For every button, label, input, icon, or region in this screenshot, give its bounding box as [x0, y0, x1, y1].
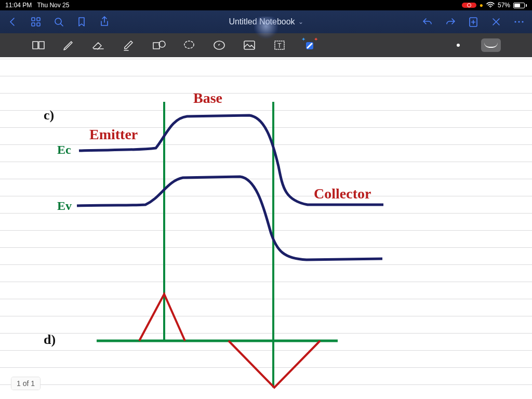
- label-part-c: c): [44, 108, 54, 123]
- label-part-d: d): [44, 332, 56, 347]
- screen-recording-indicator[interactable]: [462, 3, 476, 8]
- document-title-text: Untitled Notebook: [229, 17, 295, 26]
- svg-point-8: [522, 21, 523, 22]
- shape-tool[interactable]: [152, 38, 166, 52]
- search-icon[interactable]: [53, 16, 64, 28]
- undo-button[interactable]: [422, 16, 433, 28]
- bookmark-icon[interactable]: [76, 16, 87, 28]
- label-collector: Collector: [314, 185, 371, 202]
- label-emitter: Emitter: [89, 126, 138, 142]
- svg-point-13: [184, 41, 194, 48]
- svg-rect-1: [37, 18, 40, 21]
- sticker-tool[interactable]: [212, 38, 227, 52]
- wifi-icon: [486, 2, 495, 9]
- chevron-down-icon: ⌄: [298, 18, 303, 25]
- svg-rect-2: [32, 23, 35, 26]
- page-indicator: 1 of 1: [11, 377, 40, 390]
- drawing-toolbar: T ✦ ✦: [0, 33, 532, 57]
- color-indicator[interactable]: [451, 38, 466, 52]
- handwriting-layer: c) d) Ec Ev Emitter Base Collector: [0, 57, 532, 399]
- svg-point-6: [514, 21, 516, 22]
- lasso-tool[interactable]: [182, 38, 196, 52]
- pencil-tool[interactable]: [61, 38, 76, 52]
- svg-rect-0: [32, 18, 35, 21]
- svg-rect-11: [153, 43, 159, 49]
- svg-rect-9: [33, 42, 38, 49]
- label-ev: Ev: [57, 199, 72, 212]
- hotspot-dot-icon: ●: [480, 2, 483, 9]
- field-up-triangle: [139, 294, 185, 341]
- document-title[interactable]: Untitled Notebook ⌄: [110, 17, 422, 26]
- svg-point-14: [214, 41, 224, 49]
- status-time: 11:04 PM: [5, 2, 32, 9]
- status-bar: 11:04 PM Thu Nov 25 ● 57%: [0, 0, 532, 10]
- grid-icon[interactable]: [30, 16, 42, 28]
- label-ec: Ec: [57, 143, 71, 156]
- redo-button[interactable]: [445, 16, 456, 28]
- svg-point-4: [55, 18, 61, 24]
- add-page-button[interactable]: [468, 16, 479, 28]
- app-header: Untitled Notebook ⌄: [0, 10, 532, 33]
- pages-tool[interactable]: [31, 38, 46, 52]
- stroke-style-chip[interactable]: [481, 38, 501, 52]
- text-tool[interactable]: T: [272, 38, 287, 52]
- back-button[interactable]: [7, 16, 19, 28]
- battery-icon: [513, 3, 527, 8]
- battery-percent: 57%: [498, 2, 510, 9]
- svg-rect-10: [39, 42, 44, 49]
- svg-rect-3: [37, 23, 40, 26]
- svg-text:T: T: [277, 42, 282, 49]
- svg-point-7: [518, 21, 520, 22]
- label-base: Base: [193, 90, 222, 106]
- share-icon[interactable]: [99, 16, 110, 28]
- note-canvas[interactable]: c) d) Ec Ev Emitter Base Collector 1 of …: [0, 57, 532, 399]
- highlighter-tool[interactable]: [122, 38, 136, 52]
- image-tool[interactable]: [242, 38, 257, 52]
- eraser-tool[interactable]: [91, 38, 106, 52]
- close-button[interactable]: [490, 16, 502, 28]
- status-date: Thu Nov 25: [37, 2, 69, 9]
- pointer-tool[interactable]: ✦ ✦: [302, 38, 317, 52]
- more-icon[interactable]: [513, 16, 525, 28]
